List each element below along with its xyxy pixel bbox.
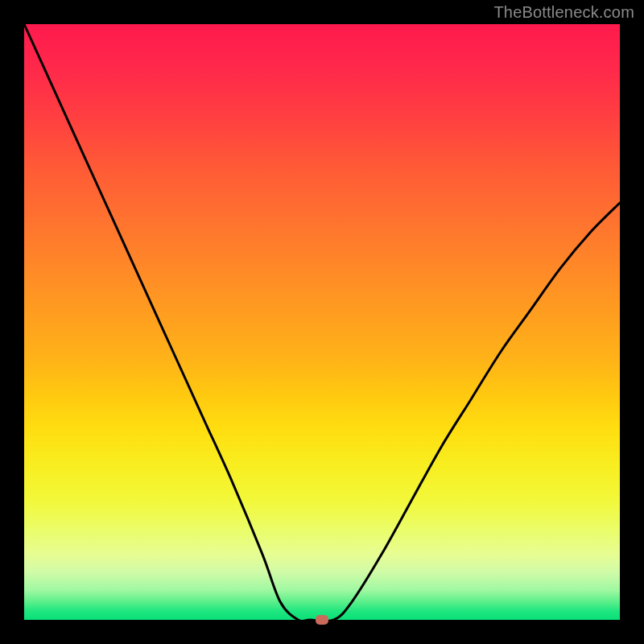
- plot-area: [24, 24, 620, 620]
- chart-frame: TheBottleneck.com: [0, 0, 644, 644]
- optimum-marker: [316, 615, 328, 625]
- watermark-text: TheBottleneck.com: [493, 3, 634, 22]
- curve-svg: [24, 24, 620, 620]
- bottleneck-curve: [24, 24, 620, 620]
